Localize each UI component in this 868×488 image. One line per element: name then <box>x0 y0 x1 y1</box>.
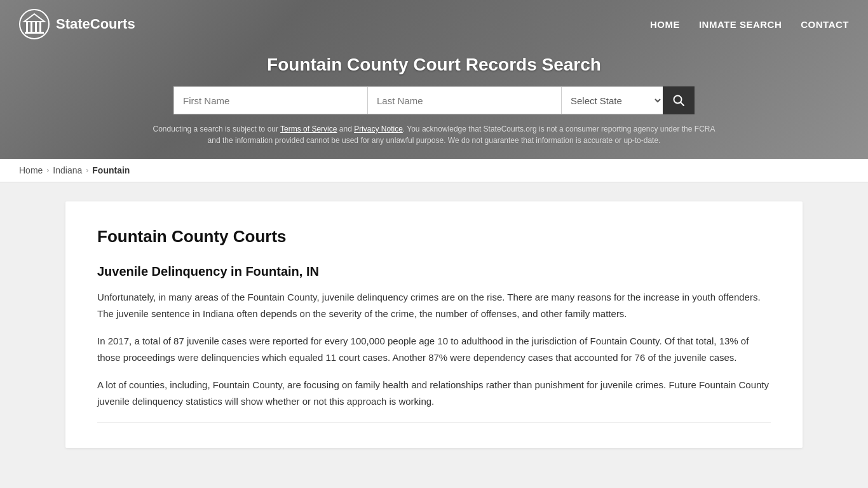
paragraph-1: Unfortunately, in many areas of the Foun… <box>97 289 771 322</box>
paragraph-2: In 2017, a total of 87 juvenile cases we… <box>97 333 771 365</box>
search-section: Fountain County Court Records Search Sel… <box>0 48 868 159</box>
svg-rect-6 <box>25 32 44 34</box>
nav-links: HOME INMATE SEARCH CONTACT <box>650 19 849 30</box>
svg-line-8 <box>681 102 684 105</box>
page-title: Fountain County Courts <box>97 227 771 247</box>
svg-rect-2 <box>26 22 28 32</box>
content-card: Fountain County Courts Juvenile Delinque… <box>65 201 803 448</box>
last-name-input[interactable] <box>367 86 561 114</box>
nav-inmate-search[interactable]: INMATE SEARCH <box>699 19 782 30</box>
disclaimer-text: Conducting a search is subject to our Te… <box>148 123 720 146</box>
search-title: Fountain County Court Records Search <box>13 55 855 75</box>
nav-contact[interactable]: CONTACT <box>801 19 849 30</box>
content-divider <box>97 422 771 423</box>
logo-text: StateCourts <box>56 16 135 32</box>
svg-rect-4 <box>35 22 37 32</box>
first-name-input[interactable] <box>173 86 367 114</box>
logo-icon <box>19 9 50 39</box>
svg-rect-5 <box>39 22 41 32</box>
site-logo[interactable]: StateCourts <box>19 9 135 39</box>
site-header: StateCourts HOME INMATE SEARCH CONTACT F… <box>0 0 868 159</box>
section1-heading: Juvenile Delinquency in Fountain, IN <box>97 264 771 279</box>
search-bar: Select State Alabama Alaska Arizona Arka… <box>173 86 695 114</box>
svg-rect-3 <box>31 22 32 32</box>
svg-marker-1 <box>24 14 44 22</box>
navbar: StateCourts HOME INMATE SEARCH CONTACT <box>0 0 868 48</box>
paragraph-3: A lot of counties, including, Fountain C… <box>97 377 771 409</box>
main-content: Fountain County Courts Juvenile Delinque… <box>0 182 868 467</box>
nav-home[interactable]: HOME <box>650 19 680 30</box>
breadcrumb-home[interactable]: Home <box>19 165 43 175</box>
search-button[interactable] <box>663 86 695 114</box>
breadcrumb-sep-2: › <box>86 166 88 175</box>
breadcrumb: Home › Indiana › Fountain <box>0 159 868 182</box>
state-select[interactable]: Select State Alabama Alaska Arizona Arka… <box>561 86 663 114</box>
breadcrumb-state[interactable]: Indiana <box>53 165 82 175</box>
terms-link[interactable]: Terms of Service <box>280 125 337 133</box>
breadcrumb-county: Fountain <box>92 165 130 175</box>
search-icon <box>673 95 684 106</box>
privacy-link[interactable]: Privacy Notice <box>354 125 403 133</box>
breadcrumb-sep-1: › <box>46 166 49 175</box>
